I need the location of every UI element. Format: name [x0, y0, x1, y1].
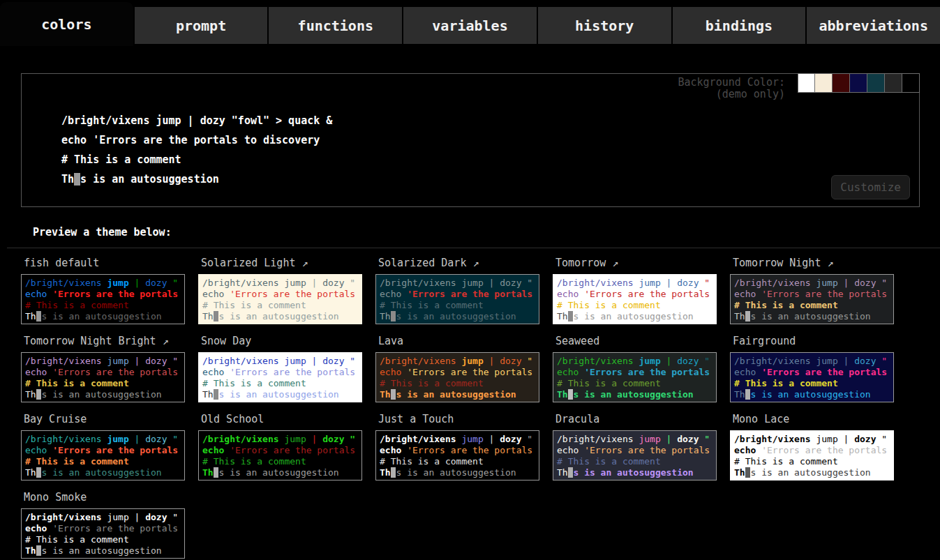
theme-card-dracula[interactable]: Dracula/bright/vixens jump | dozy "echo … [553, 411, 717, 480]
external-link-icon[interactable]: ↗ [821, 257, 833, 269]
segment-path: /bright/vixens [734, 278, 816, 288]
segment-comment: # This is a comment [202, 456, 306, 467]
segment-string: 'Errors are the portals [584, 445, 710, 455]
theme-preview: /bright/vixens jump | dozy "echo 'Errors… [198, 274, 362, 324]
segment-dozy: dozy [677, 278, 699, 288]
segment-dozy: dozy [854, 434, 876, 444]
theme-preview-line: # This is a comment [557, 456, 713, 467]
segment-path: /bright/vixens [202, 356, 284, 366]
theme-card-old-school[interactable]: Old School/bright/vixens jump | dozy "ec… [198, 411, 362, 480]
segment-endquote: " [699, 278, 710, 288]
theme-card-bay-cruise[interactable]: Bay Cruise/bright/vixens jump | dozy "ec… [21, 411, 185, 480]
theme-preview: /bright/vixens jump | dozy "echo 'Errors… [375, 352, 539, 402]
background-swatch-3[interactable] [850, 73, 867, 93]
segment-endquote: " [522, 278, 533, 288]
segment-comment: # This is a comment [202, 300, 306, 310]
segment-normal: Th [202, 311, 214, 321]
tab-bindings[interactable]: bindings [673, 7, 806, 44]
background-swatch-2[interactable] [833, 73, 850, 93]
theme-card-fairground[interactable]: Fairground/bright/vixens jump | dozy "ec… [730, 333, 894, 402]
theme-card-solarized-dark[interactable]: Solarized Dark ↗/bright/vixens jump | do… [375, 255, 539, 324]
segment-jump: jump [639, 356, 660, 366]
segment-comment: # This is a comment [734, 378, 838, 388]
segment-jump: jump [107, 434, 128, 444]
theme-preview: /bright/vixens jump | dozy "echo 'Errors… [21, 430, 185, 480]
segment-normal: Th [380, 389, 391, 400]
theme-card-fish-default[interactable]: fish default/bright/vixens jump | dozy "… [21, 255, 185, 324]
customize-button[interactable]: Customize [831, 175, 910, 199]
segment-normal: Th [380, 311, 391, 321]
segment-echo: echo [734, 367, 761, 377]
theme-title: Mono Smoke [24, 491, 185, 504]
segment-path: /bright/vixens [557, 434, 639, 444]
segment-jump: jump [107, 512, 128, 522]
background-swatch-0[interactable] [798, 73, 815, 93]
theme-preview-line: echo 'Errors are the portals [202, 289, 358, 300]
theme-title: Fairground [733, 335, 894, 348]
segment-string: 'Errors are the portals [761, 289, 887, 299]
segment-jump: jump [284, 434, 306, 444]
segment-path: /bright/vixens [380, 356, 461, 366]
theme-card-just-a-touch[interactable]: Just a Touch/bright/vixens jump | dozy "… [375, 411, 539, 480]
segment-string: 'Errors are the portals [52, 445, 178, 455]
background-swatch-6[interactable] [902, 73, 920, 93]
background-color-label: Background Color: (demo only) [678, 77, 785, 100]
segment-dozy: dozy [500, 356, 521, 366]
tab-colors[interactable]: colors [0, 2, 133, 46]
theme-title: Solarized Dark ↗ [378, 257, 539, 270]
theme-preview: /bright/vixens jump | dozy "echo 'Errors… [198, 352, 362, 402]
theme-card-tomorrow[interactable]: Tomorrow ↗/bright/vixens jump | dozy "ec… [553, 255, 717, 324]
theme-grid: fish default/bright/vixens jump | dozy "… [21, 255, 940, 559]
segment-autosugg: s is an autosuggestion [573, 311, 693, 321]
segment-autosugg: s is an autosuggestion [573, 467, 693, 478]
segment-pipe: | [484, 356, 500, 366]
theme-preview-line: echo 'Errors are the portals [25, 367, 181, 378]
theme-name: Seaweed [555, 335, 599, 347]
theme-card-lava[interactable]: Lava/bright/vixens jump | dozy "echo 'Er… [375, 333, 539, 402]
segment-dozy: dozy [145, 512, 167, 522]
segment-string: 'Errors are the portals [584, 289, 710, 299]
tab-abbreviations[interactable]: abbreviations [807, 7, 940, 44]
background-swatch-4[interactable] [867, 73, 885, 93]
theme-preview-line: This is an autosuggestion [557, 467, 713, 478]
theme-preview-line: # This is a comment [202, 300, 358, 311]
tab-prompt[interactable]: prompt [135, 7, 268, 44]
external-link-icon[interactable]: ↗ [466, 257, 479, 269]
theme-card-mono-smoke[interactable]: Mono Smoke/bright/vixens jump | dozy "ec… [21, 490, 185, 559]
theme-preview-line: /bright/vixens jump | dozy " [25, 356, 181, 367]
theme-card-snow-day[interactable]: Snow Day/bright/vixens jump | dozy "echo… [198, 333, 362, 402]
theme-name: Dracula [555, 413, 599, 425]
segment-path: /bright/vixens [557, 278, 639, 288]
demo-terminal-panel: Background Color: (demo only) /bright/vi… [21, 73, 920, 207]
segment-endquote: " [699, 434, 710, 444]
segment-autosugg: s is an autosuggestion [396, 389, 516, 400]
segment-echo: echo [25, 445, 52, 455]
external-link-icon[interactable]: ↗ [295, 257, 308, 269]
segment-endquote: " [345, 356, 356, 366]
segment-pipe: | [484, 434, 500, 444]
background-swatch-5[interactable] [885, 73, 902, 93]
demo-text: Th [61, 173, 74, 186]
theme-card-tomorrow-night[interactable]: Tomorrow Night ↗/bright/vixens jump | do… [730, 255, 894, 324]
theme-title: Mono Lace [733, 413, 894, 426]
background-swatch-1[interactable] [815, 73, 833, 93]
segment-echo: echo [734, 445, 761, 455]
external-link-icon[interactable]: ↗ [156, 335, 169, 347]
theme-preview-line: # This is a comment [25, 300, 181, 311]
theme-card-mono-lace[interactable]: Mono Lace/bright/vixens jump | dozy "ech… [730, 411, 894, 480]
segment-path: /bright/vixens [380, 278, 461, 288]
segment-comment: # This is a comment [380, 456, 484, 467]
theme-card-solarized-light[interactable]: Solarized Light ↗/bright/vixens jump | d… [198, 255, 362, 324]
theme-title: Bay Cruise [24, 413, 185, 426]
theme-card-tomorrow-night-bright[interactable]: Tomorrow Night Bright ↗/bright/vixens ju… [21, 333, 185, 402]
segment-jump: jump [107, 278, 128, 288]
theme-preview-line: echo 'Errors are the portals [734, 289, 890, 300]
theme-card-seaweed[interactable]: Seaweed/bright/vixens jump | dozy "echo … [553, 333, 717, 402]
theme-preview-line: # This is a comment [557, 300, 713, 311]
tab-history[interactable]: history [538, 7, 671, 44]
tab-functions[interactable]: functions [269, 7, 402, 44]
segment-comment: # This is a comment [25, 300, 129, 310]
demo-terminal-line: /bright/vixens jump | dozy "fowl" > quac… [61, 111, 332, 130]
external-link-icon[interactable]: ↗ [606, 257, 618, 269]
tab-variables[interactable]: variables [403, 7, 537, 44]
